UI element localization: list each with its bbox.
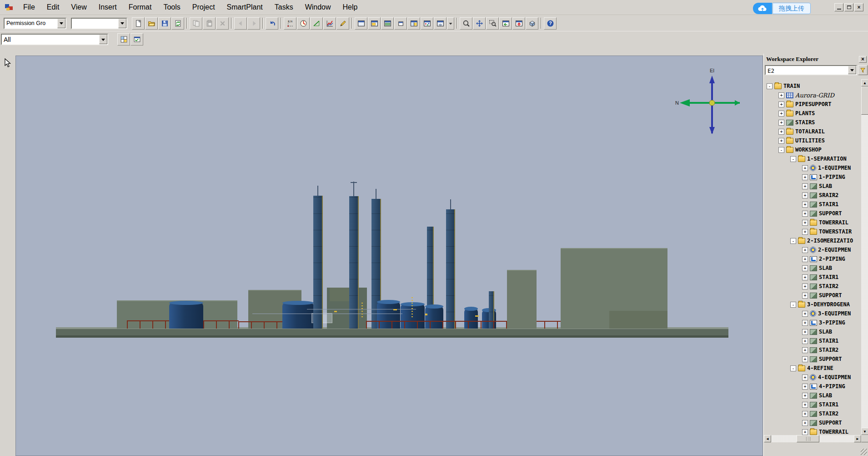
- panel-close-button[interactable]: ×: [859, 56, 867, 63]
- named-views-button[interactable]: [130, 33, 143, 46]
- tree-item-4-equipmen[interactable]: +4-EQUIPMEN: [765, 373, 861, 382]
- expand-toggle[interactable]: +: [802, 329, 808, 335]
- expand-toggle[interactable]: +: [802, 174, 808, 180]
- tree-item-pipesupport[interactable]: +PIPESUPPORT: [765, 100, 861, 109]
- drag-upload-button[interactable]: 拖拽上传: [773, 3, 811, 14]
- window-small-button[interactable]: [394, 17, 407, 30]
- tree-item-towerrail[interactable]: +TOWERRAIL: [765, 427, 861, 435]
- tree-item-slab[interactable]: +SLAB: [765, 327, 861, 336]
- restore-button[interactable]: [844, 3, 853, 11]
- expand-toggle[interactable]: +: [802, 183, 808, 189]
- window-dots-button[interactable]: [421, 17, 433, 30]
- expand-toggle[interactable]: +: [802, 274, 808, 280]
- tree-item-stairs[interactable]: +STAIRS: [765, 118, 861, 127]
- expand-toggle[interactable]: +: [802, 356, 808, 362]
- menu-tasks[interactable]: Tasks: [269, 0, 299, 14]
- collapse-toggle[interactable]: -: [790, 302, 796, 308]
- tree-item-utilities[interactable]: +UTILITIES: [765, 136, 861, 145]
- panel-resize-grip[interactable]: [861, 449, 867, 455]
- tree-item-support[interactable]: +SUPPORT: [765, 418, 861, 427]
- minimize-button[interactable]: [834, 3, 843, 11]
- help-button[interactable]: ?: [544, 17, 557, 30]
- paste-button[interactable]: [203, 17, 216, 30]
- tree-item-4-refine[interactable]: -4-REFINE: [765, 364, 861, 373]
- expand-toggle[interactable]: +: [778, 129, 784, 135]
- window-cube-button[interactable]: [434, 17, 447, 30]
- open-folder-button[interactable]: [145, 17, 158, 30]
- menu-smartplant[interactable]: SmartPlant: [221, 0, 269, 14]
- tree-item-towerrail[interactable]: +TOWERRAIL: [765, 218, 861, 227]
- expand-toggle[interactable]: +: [802, 211, 808, 217]
- tree-item-slab[interactable]: +SLAB: [765, 391, 861, 400]
- tree-item-2-equipmen[interactable]: +2-EQUIPMEN: [765, 245, 861, 254]
- tree-horizontal-scrollbar[interactable]: ◄ ►: [764, 435, 861, 442]
- menu-file[interactable]: File: [17, 0, 41, 14]
- tree-vertical-scrollbar[interactable]: ▲ ▼: [861, 79, 868, 435]
- pan-button[interactable]: [473, 17, 486, 30]
- expand-toggle[interactable]: +: [802, 420, 808, 426]
- tree-item-1-separation[interactable]: -1-SEPARATION: [765, 154, 861, 163]
- tree-item-support[interactable]: +SUPPORT: [765, 355, 861, 364]
- expand-toggle[interactable]: +: [778, 101, 784, 107]
- expand-toggle[interactable]: +: [802, 193, 808, 198]
- expand-toggle[interactable]: +: [802, 384, 808, 390]
- expand-toggle[interactable]: +: [802, 229, 808, 235]
- tree-item-towerstair[interactable]: +TOWERSTAIR: [765, 227, 861, 236]
- permission-combo-dropdown-button[interactable]: [57, 19, 65, 28]
- tree-item-stair2[interactable]: +STAIR2: [765, 409, 861, 418]
- expand-toggle[interactable]: +: [802, 411, 808, 417]
- refresh-workspace-button[interactable]: [171, 17, 184, 30]
- tree-item-plants[interactable]: +PLANTS: [765, 109, 861, 118]
- vertical-scroll-thumb[interactable]: [861, 86, 868, 115]
- window-plain-button[interactable]: [355, 17, 367, 30]
- tree-item-stair1[interactable]: +STAIR1: [765, 200, 861, 209]
- tree-item-stair2[interactable]: +STAIR2: [765, 282, 861, 291]
- menu-help[interactable]: Help: [337, 0, 364, 14]
- expand-toggle[interactable]: +: [802, 165, 808, 171]
- delete-button[interactable]: [216, 17, 229, 30]
- measure-button[interactable]: [310, 17, 323, 30]
- expand-toggle[interactable]: +: [778, 111, 784, 117]
- scroll-left-button[interactable]: ◄: [764, 435, 771, 442]
- expand-toggle[interactable]: +: [778, 92, 784, 98]
- locate-filter-combo[interactable]: All: [1, 34, 108, 45]
- tree-item-stair1[interactable]: +STAIR1: [765, 273, 861, 282]
- 3d-viewport[interactable]: El N: [15, 56, 763, 456]
- scroll-right-button[interactable]: ►: [854, 435, 861, 442]
- expand-toggle[interactable]: +: [802, 311, 808, 317]
- collapse-toggle[interactable]: -: [790, 156, 796, 162]
- tree-item-srair2[interactable]: +SRAIR2: [765, 191, 861, 200]
- menu-tools[interactable]: Tools: [157, 0, 186, 14]
- window-yellow-button[interactable]: [368, 17, 381, 30]
- collapse-toggle[interactable]: -: [790, 365, 796, 371]
- tree-item-aurora-grid[interactable]: +Aurora-GRID: [765, 91, 861, 100]
- workspace-explorer-titlebar[interactable]: Workspace Explorer ×: [764, 55, 868, 64]
- pinpoint-button[interactable]: E,N: [284, 17, 296, 30]
- forward-button[interactable]: [247, 17, 260, 30]
- undo-button[interactable]: [266, 17, 278, 30]
- common-views-button[interactable]: [526, 17, 538, 30]
- tree-item-workshop[interactable]: -WORKSHOP: [765, 145, 861, 154]
- permission-group-combo[interactable]: Permission Gro: [4, 18, 66, 29]
- tree-item-3-dehydrogena[interactable]: -3-DEHYDROGENA: [765, 300, 861, 309]
- expand-toggle[interactable]: +: [802, 293, 808, 299]
- expand-toggle[interactable]: +: [802, 284, 808, 289]
- measure-angle-button[interactable]: [297, 17, 310, 30]
- tree-item-support[interactable]: +SUPPORT: [765, 209, 861, 218]
- reference-combo[interactable]: [71, 18, 127, 29]
- locate-filter-dropdown-button[interactable]: [99, 35, 107, 44]
- new-document-button[interactable]: [132, 17, 145, 30]
- tree-item-1-equipmen[interactable]: +1-EQUIPMEN: [765, 163, 861, 172]
- menu-insert[interactable]: Insert: [93, 0, 123, 14]
- reference-combo-dropdown-button[interactable]: [118, 19, 126, 28]
- expand-toggle[interactable]: +: [802, 220, 808, 226]
- collapse-toggle[interactable]: -: [767, 83, 773, 89]
- workspace-combo-dropdown-button[interactable]: [848, 66, 856, 74]
- expand-toggle[interactable]: +: [802, 338, 808, 344]
- chart-button[interactable]: [323, 17, 336, 30]
- tree-item-2-piping[interactable]: +2-PIPING: [765, 254, 861, 263]
- tree-item-stair1[interactable]: +STAIR1: [765, 400, 861, 409]
- collapse-toggle[interactable]: -: [790, 238, 796, 244]
- previous-view-button[interactable]: [499, 17, 512, 30]
- menu-view[interactable]: View: [65, 0, 92, 14]
